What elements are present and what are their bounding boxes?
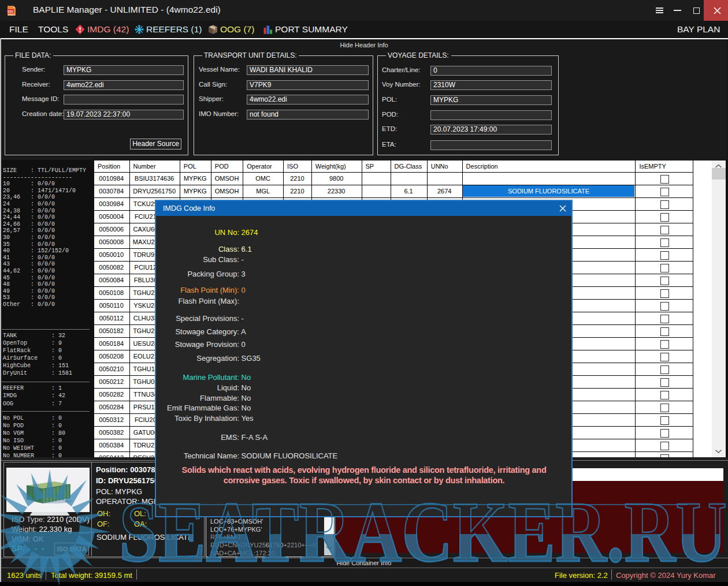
svg-text:EDI: EDI	[8, 10, 13, 13]
